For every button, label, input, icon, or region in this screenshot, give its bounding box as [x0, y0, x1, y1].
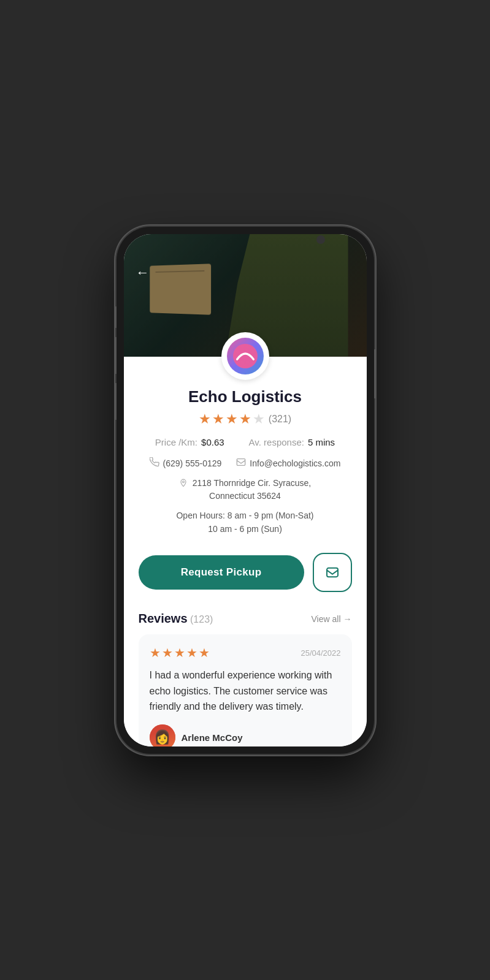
- svg-rect-1: [237, 458, 245, 465]
- reviews-count: (123): [190, 614, 213, 625]
- stars: ★ ★ ★ ★ ★: [199, 411, 265, 427]
- hours-row: Open Hours: 8 am - 9 pm (Mon-Sat) 10 am …: [139, 509, 352, 536]
- svg-point-0: [233, 344, 258, 368]
- reviewer-name: Arlene McCoy: [182, 732, 243, 743]
- address-text: 2118 Thornridge Cir. Syracuse,Connecticu…: [193, 478, 312, 501]
- hours-line2: 10 am - 6 pm (Sun): [139, 522, 352, 536]
- contact-row: (629) 555-0129 Info@echologistics.com: [139, 457, 352, 469]
- star-3: ★: [226, 411, 238, 427]
- email-address: Info@echologistics.com: [250, 458, 340, 468]
- star-1: ★: [199, 411, 211, 427]
- price-label: Price /Km:: [155, 437, 197, 447]
- reviewer-avatar: [150, 724, 175, 746]
- info-row: Price /Km: $0.63 Av. response: 5 mins: [139, 437, 352, 447]
- view-all-button[interactable]: View all →: [312, 614, 352, 624]
- address-row: 2118 Thornridge Cir. Syracuse,Connecticu…: [139, 477, 352, 503]
- back-button[interactable]: ←: [136, 265, 150, 281]
- content-section: Echo Logistics ★ ★ ★ ★ ★ (321) Price /Km…: [124, 357, 367, 746]
- review-star-2: ★: [162, 645, 173, 660]
- price-info: Price /Km: $0.63: [155, 437, 224, 447]
- svg-point-2: [182, 481, 184, 483]
- reviewer-row: Arlene McCoy: [150, 724, 341, 746]
- company-name: Echo Logistics: [139, 387, 352, 406]
- review-star-1: ★: [150, 645, 161, 660]
- price-value: $0.63: [201, 437, 224, 447]
- reviews-title: Reviews: [139, 612, 188, 625]
- phone-icon: [150, 457, 159, 469]
- location-icon: [179, 478, 193, 488]
- email-contact: Info@echologistics.com: [236, 457, 340, 469]
- star-5: ★: [253, 411, 265, 427]
- request-pickup-button[interactable]: Request Pickup: [139, 555, 304, 590]
- review-card: ★ ★ ★ ★ ★ 25/04/2022 I had a wonderful e…: [139, 634, 352, 746]
- response-label: Av. response:: [249, 437, 304, 447]
- company-avatar: [221, 332, 269, 380]
- review-star-3: ★: [174, 645, 185, 660]
- phone-screen: ←: [124, 234, 367, 746]
- svg-rect-3: [327, 568, 338, 577]
- review-date: 25/04/2022: [301, 648, 340, 658]
- review-top: ★ ★ ★ ★ ★ 25/04/2022: [150, 645, 341, 660]
- reviews-header: Reviews (123) View all →: [139, 612, 352, 626]
- phone-frame: ←: [117, 227, 374, 754]
- response-value: 5 mins: [308, 437, 335, 447]
- phone-number: (629) 555-0129: [163, 458, 222, 468]
- hours-line1: Open Hours: 8 am - 9 pm (Mon-Sat): [139, 509, 352, 522]
- response-info: Av. response: 5 mins: [249, 437, 335, 447]
- review-text: I had a wonderful experience working wit…: [150, 667, 341, 715]
- rating-row: ★ ★ ★ ★ ★ (321): [139, 411, 352, 427]
- action-buttons: Request Pickup: [139, 553, 352, 592]
- reviews-title-group: Reviews (123): [139, 612, 213, 626]
- review-star-4: ★: [186, 645, 197, 660]
- review-star-5: ★: [199, 645, 210, 660]
- email-icon: [236, 458, 246, 469]
- review-stars: ★ ★ ★ ★ ★: [150, 645, 210, 660]
- star-4: ★: [239, 411, 251, 427]
- phone-contact: (629) 555-0129: [150, 457, 222, 469]
- star-2: ★: [212, 411, 224, 427]
- rating-count: (321): [269, 414, 291, 425]
- message-button[interactable]: [313, 553, 352, 592]
